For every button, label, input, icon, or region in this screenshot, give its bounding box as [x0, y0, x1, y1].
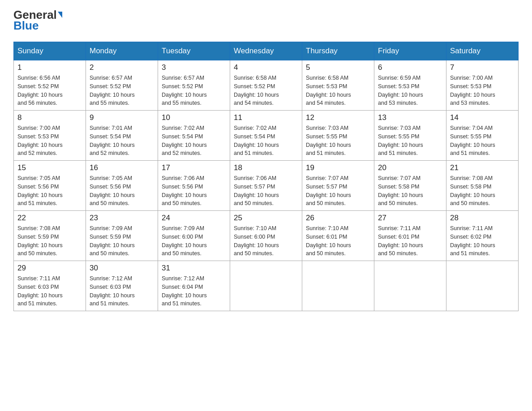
day-of-week-header: Friday [374, 42, 446, 60]
calendar-cell: 14 Sunrise: 7:04 AMSunset: 5:55 PMDaylig… [446, 111, 519, 161]
calendar-cell: 24 Sunrise: 7:09 AMSunset: 6:00 PMDaylig… [158, 211, 230, 261]
day-info: Sunrise: 6:58 AMSunset: 5:53 PMDaylight:… [306, 74, 370, 107]
day-info: Sunrise: 7:02 AMSunset: 5:54 PMDaylight:… [162, 124, 226, 158]
day-number: 29 [17, 264, 82, 273]
day-number: 16 [90, 163, 154, 172]
calendar-cell: 29 Sunrise: 7:11 AMSunset: 6:03 PMDaylig… [14, 261, 86, 311]
calendar-week-row: 29 Sunrise: 7:11 AMSunset: 6:03 PMDaylig… [14, 261, 519, 311]
calendar-cell [302, 261, 374, 311]
day-number: 15 [17, 163, 82, 172]
calendar-cell: 19 Sunrise: 7:07 AMSunset: 5:57 PMDaylig… [302, 161, 374, 211]
calendar-cell: 27 Sunrise: 7:11 AMSunset: 6:01 PMDaylig… [374, 211, 446, 261]
day-number: 1 [17, 63, 82, 72]
day-number: 17 [162, 163, 226, 172]
calendar-cell: 10 Sunrise: 7:02 AMSunset: 5:54 PMDaylig… [158, 111, 230, 161]
calendar-cell: 31 Sunrise: 7:12 AMSunset: 6:04 PMDaylig… [158, 261, 230, 311]
day-info: Sunrise: 7:09 AMSunset: 5:59 PMDaylight:… [90, 224, 154, 258]
calendar-week-row: 15 Sunrise: 7:05 AMSunset: 5:56 PMDaylig… [14, 161, 519, 211]
day-number: 14 [450, 113, 515, 122]
logo-triangle-icon [58, 12, 62, 18]
calendar-header-row: SundayMondayTuesdayWednesdayThursdayFrid… [14, 42, 519, 60]
day-of-week-header: Wednesday [230, 42, 302, 60]
day-number: 30 [90, 264, 154, 273]
day-number: 4 [234, 63, 298, 72]
day-number: 11 [234, 113, 298, 122]
day-info: Sunrise: 7:00 AMSunset: 5:53 PMDaylight:… [17, 124, 82, 158]
day-info: Sunrise: 7:02 AMSunset: 5:54 PMDaylight:… [234, 124, 298, 158]
day-info: Sunrise: 6:59 AMSunset: 5:53 PMDaylight:… [378, 74, 442, 107]
calendar-cell: 9 Sunrise: 7:01 AMSunset: 5:54 PMDayligh… [86, 111, 158, 161]
day-number: 7 [450, 63, 515, 72]
calendar-cell: 18 Sunrise: 7:06 AMSunset: 5:57 PMDaylig… [230, 161, 302, 211]
calendar-cell: 7 Sunrise: 7:00 AMSunset: 5:53 PMDayligh… [446, 60, 519, 111]
day-info: Sunrise: 7:05 AMSunset: 5:56 PMDaylight:… [90, 174, 154, 208]
day-number: 9 [90, 113, 154, 122]
day-of-week-header: Monday [86, 42, 158, 60]
day-info: Sunrise: 7:06 AMSunset: 5:56 PMDaylight:… [162, 174, 226, 208]
calendar-cell: 6 Sunrise: 6:59 AMSunset: 5:53 PMDayligh… [374, 60, 446, 111]
calendar-cell: 12 Sunrise: 7:03 AMSunset: 5:55 PMDaylig… [302, 111, 374, 161]
day-info: Sunrise: 7:00 AMSunset: 5:53 PMDaylight:… [450, 74, 515, 107]
day-number: 31 [162, 264, 226, 273]
calendar-cell: 30 Sunrise: 7:12 AMSunset: 6:03 PMDaylig… [86, 261, 158, 311]
day-info: Sunrise: 7:12 AMSunset: 6:04 PMDaylight:… [162, 274, 226, 308]
calendar-week-row: 22 Sunrise: 7:08 AMSunset: 5:59 PMDaylig… [14, 211, 519, 261]
day-number: 22 [17, 214, 82, 223]
calendar-cell: 23 Sunrise: 7:09 AMSunset: 5:59 PMDaylig… [86, 211, 158, 261]
day-number: 12 [306, 113, 370, 122]
day-number: 21 [450, 163, 515, 172]
day-info: Sunrise: 6:58 AMSunset: 5:52 PMDaylight:… [234, 74, 298, 107]
day-number: 3 [162, 63, 226, 72]
calendar-cell: 8 Sunrise: 7:00 AMSunset: 5:53 PMDayligh… [14, 111, 86, 161]
day-info: Sunrise: 7:11 AMSunset: 6:01 PMDaylight:… [378, 224, 442, 258]
calendar-cell: 15 Sunrise: 7:05 AMSunset: 5:56 PMDaylig… [14, 161, 86, 211]
day-number: 8 [17, 113, 82, 122]
day-info: Sunrise: 7:11 AMSunset: 6:02 PMDaylight:… [450, 224, 515, 258]
day-number: 10 [162, 113, 226, 122]
day-number: 6 [378, 63, 442, 72]
calendar-cell [374, 261, 446, 311]
day-info: Sunrise: 7:09 AMSunset: 6:00 PMDaylight:… [162, 224, 226, 258]
day-number: 19 [306, 163, 370, 172]
day-of-week-header: Sunday [14, 42, 86, 60]
calendar-cell: 22 Sunrise: 7:08 AMSunset: 5:59 PMDaylig… [14, 211, 86, 261]
logo: General Blue [13, 9, 62, 33]
day-of-week-header: Saturday [446, 42, 519, 60]
calendar-cell: 3 Sunrise: 6:57 AMSunset: 5:52 PMDayligh… [158, 60, 230, 111]
calendar-cell: 1 Sunrise: 6:56 AMSunset: 5:52 PMDayligh… [14, 60, 86, 111]
page-header: General Blue [13, 9, 519, 33]
calendar-cell [230, 261, 302, 311]
calendar-cell: 28 Sunrise: 7:11 AMSunset: 6:02 PMDaylig… [446, 211, 519, 261]
day-number: 5 [306, 63, 370, 72]
day-info: Sunrise: 7:04 AMSunset: 5:55 PMDaylight:… [450, 124, 515, 158]
calendar-cell: 16 Sunrise: 7:05 AMSunset: 5:56 PMDaylig… [86, 161, 158, 211]
day-of-week-header: Thursday [302, 42, 374, 60]
calendar-cell: 26 Sunrise: 7:10 AMSunset: 6:01 PMDaylig… [302, 211, 374, 261]
day-number: 24 [162, 214, 226, 223]
calendar-table: SundayMondayTuesdayWednesdayThursdayFrid… [13, 42, 519, 311]
day-info: Sunrise: 6:57 AMSunset: 5:52 PMDaylight:… [90, 74, 154, 107]
day-number: 23 [90, 214, 154, 223]
calendar-cell: 13 Sunrise: 7:03 AMSunset: 5:55 PMDaylig… [374, 111, 446, 161]
day-number: 2 [90, 63, 154, 72]
day-info: Sunrise: 7:03 AMSunset: 5:55 PMDaylight:… [378, 124, 442, 158]
day-info: Sunrise: 6:57 AMSunset: 5:52 PMDaylight:… [162, 74, 226, 107]
calendar-week-row: 1 Sunrise: 6:56 AMSunset: 5:52 PMDayligh… [14, 60, 519, 111]
day-info: Sunrise: 7:10 AMSunset: 6:00 PMDaylight:… [234, 224, 298, 258]
day-info: Sunrise: 6:56 AMSunset: 5:52 PMDaylight:… [17, 74, 82, 107]
calendar-cell: 2 Sunrise: 6:57 AMSunset: 5:52 PMDayligh… [86, 60, 158, 111]
day-number: 28 [450, 214, 515, 223]
calendar-week-row: 8 Sunrise: 7:00 AMSunset: 5:53 PMDayligh… [14, 111, 519, 161]
day-info: Sunrise: 7:12 AMSunset: 6:03 PMDaylight:… [90, 274, 154, 308]
day-info: Sunrise: 7:05 AMSunset: 5:56 PMDaylight:… [17, 174, 82, 208]
day-info: Sunrise: 7:11 AMSunset: 6:03 PMDaylight:… [17, 274, 82, 308]
day-info: Sunrise: 7:01 AMSunset: 5:54 PMDaylight:… [90, 124, 154, 158]
day-info: Sunrise: 7:10 AMSunset: 6:01 PMDaylight:… [306, 224, 370, 258]
logo-blue: Blue [13, 19, 39, 33]
calendar-cell: 25 Sunrise: 7:10 AMSunset: 6:00 PMDaylig… [230, 211, 302, 261]
calendar-cell: 4 Sunrise: 6:58 AMSunset: 5:52 PMDayligh… [230, 60, 302, 111]
calendar-cell: 17 Sunrise: 7:06 AMSunset: 5:56 PMDaylig… [158, 161, 230, 211]
calendar-cell: 21 Sunrise: 7:08 AMSunset: 5:58 PMDaylig… [446, 161, 519, 211]
day-info: Sunrise: 7:07 AMSunset: 5:58 PMDaylight:… [378, 174, 442, 208]
day-number: 13 [378, 113, 442, 122]
